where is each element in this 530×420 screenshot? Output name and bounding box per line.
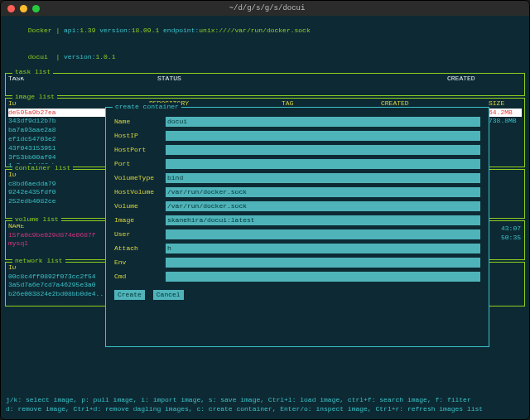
field-hostip: HostIP (114, 131, 480, 141)
terminal[interactable]: Docker | api:1.39 version:18.09.1 endpoi… (1, 16, 529, 393)
panel-label: container list (12, 164, 73, 173)
hostport-input[interactable] (166, 145, 480, 155)
hostip-input[interactable] (166, 131, 480, 141)
help-line-2: d: remove image, Ctrl+d: remove dagling … (6, 405, 524, 414)
modal-label: create container (113, 103, 181, 112)
help-line-1: j/k: select image, p: pull image, i: imp… (6, 396, 524, 405)
task-header: TASK STATUS CREATED (8, 75, 522, 84)
window-title: ~/d/g/s/g/s/docui (45, 3, 489, 13)
field-volume: Volume /var/run/docker.sock (114, 201, 480, 211)
volume-input[interactable]: /var/run/docker.sock (166, 201, 480, 211)
volumetype-input[interactable]: bind (166, 173, 480, 183)
field-hostport: HostPort (114, 145, 480, 155)
field-image: Image skanehira/docui:latest (114, 215, 480, 225)
field-port: Port (114, 159, 480, 169)
field-hostvolume: HostVolume /var/run/docker.sock (114, 187, 480, 197)
port-input[interactable] (166, 159, 480, 169)
env-input[interactable] (166, 258, 480, 268)
field-name: Name docui (114, 117, 480, 127)
user-input[interactable] (166, 229, 480, 239)
attach-input[interactable]: h (166, 244, 480, 253)
modal-buttons: Create Cancel (114, 290, 480, 300)
panel-label: volume list (12, 215, 61, 224)
header-line-2: docui | version:1.0.1 (4, 44, 526, 70)
close-icon[interactable] (7, 5, 15, 12)
field-user: User (114, 229, 480, 239)
field-volumetype: VolumeType bind (114, 173, 480, 183)
minimize-icon[interactable] (20, 5, 27, 12)
cmd-input[interactable] (166, 272, 480, 282)
hostvolume-input[interactable]: /var/run/docker.sock (166, 187, 480, 197)
panel-label: task list (12, 68, 53, 77)
panel-label: network list (12, 257, 65, 266)
field-cmd: Cmd (114, 272, 480, 282)
task-list-panel: task list TASK STATUS CREATED (5, 73, 525, 96)
field-attach: Attach h (114, 244, 480, 253)
cancel-button[interactable]: Cancel (153, 290, 184, 300)
name-input[interactable]: docui (166, 117, 480, 127)
help-bar: j/k: select image, p: pull image, i: imp… (1, 393, 529, 419)
create-container-modal: create container Name docui HostIP HostP… (105, 107, 489, 347)
field-env: Env (114, 258, 480, 268)
create-button[interactable]: Create (114, 290, 145, 300)
panel-label: image list (12, 93, 57, 102)
volume-times: 43:07 50:35 (501, 224, 521, 243)
image-input[interactable]: skanehira/docui:latest (166, 215, 480, 225)
titlebar: ~/d/g/s/g/s/docui (1, 1, 529, 16)
app-window: ~/d/g/s/g/s/docui Docker | api:1.39 vers… (0, 0, 530, 420)
header-line-1: Docker | api:1.39 version:18.09.1 endpoi… (4, 17, 526, 44)
maximize-icon[interactable] (32, 5, 40, 12)
